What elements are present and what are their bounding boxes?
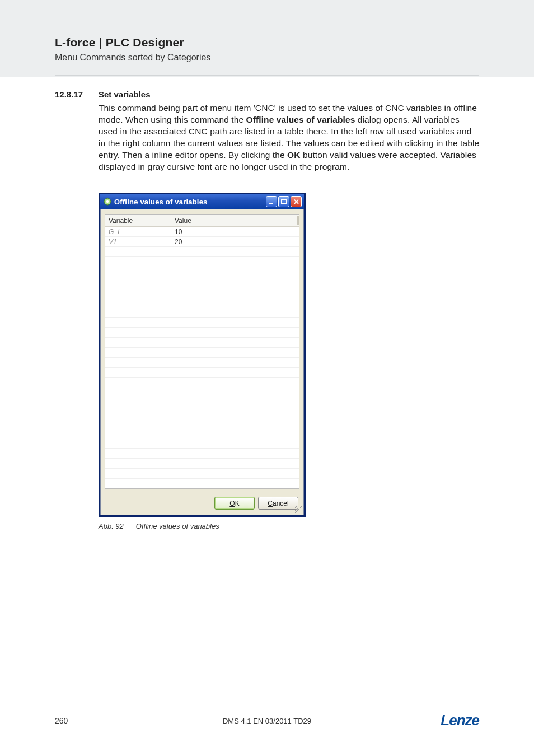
cell-variable[interactable] — [105, 438, 171, 448]
cell-variable[interactable] — [105, 307, 171, 317]
cell-variable[interactable] — [105, 247, 171, 256]
table-row-empty[interactable] — [105, 438, 299, 449]
cell-variable[interactable] — [105, 388, 171, 398]
dialog-titlebar[interactable]: Offline values of variables ✕ — [100, 194, 304, 209]
cell-value[interactable] — [171, 328, 299, 337]
cell-variable[interactable]: V1 — [105, 237, 171, 246]
table-row-empty[interactable] — [105, 428, 299, 438]
footer-logo: Lenze — [441, 712, 479, 729]
column-header-variable[interactable]: Variable — [105, 215, 171, 226]
cell-value[interactable] — [171, 267, 299, 277]
cell-value[interactable] — [171, 358, 299, 367]
cell-variable[interactable] — [105, 358, 171, 367]
cell-variable[interactable] — [105, 267, 171, 277]
cell-value[interactable] — [171, 277, 299, 287]
cell-value[interactable] — [171, 297, 299, 307]
cell-variable[interactable] — [105, 459, 171, 468]
resize-grip[interactable] — [295, 506, 302, 513]
table-row[interactable]: G_I10 — [105, 227, 299, 237]
table-row-empty[interactable] — [105, 378, 299, 388]
cancel-button[interactable]: Cancel — [258, 497, 298, 510]
cell-value[interactable]: 20 — [171, 237, 299, 246]
cell-value[interactable] — [171, 368, 299, 377]
table-row-empty[interactable] — [105, 247, 299, 257]
section-number: 12.8.17 — [55, 90, 99, 99]
column-resizer[interactable] — [297, 216, 299, 225]
table-row-empty[interactable] — [105, 368, 299, 378]
cell-variable[interactable] — [105, 297, 171, 307]
cell-value[interactable] — [171, 318, 299, 327]
table-row-empty[interactable] — [105, 388, 299, 398]
maximize-icon — [281, 199, 287, 204]
cell-value[interactable] — [171, 398, 299, 408]
table-row-empty[interactable] — [105, 418, 299, 428]
table-row-empty[interactable] — [105, 348, 299, 358]
cell-value[interactable] — [171, 438, 299, 448]
cell-variable[interactable] — [105, 287, 171, 297]
cell-value[interactable] — [171, 257, 299, 267]
cell-variable[interactable] — [105, 398, 171, 408]
table-row-empty[interactable] — [105, 338, 299, 348]
table-row-empty[interactable] — [105, 277, 299, 287]
column-header-value-text: Value — [175, 217, 191, 225]
table-row-empty[interactable] — [105, 459, 299, 469]
cell-value[interactable] — [171, 428, 299, 438]
table-row-empty[interactable] — [105, 267, 299, 277]
cell-variable[interactable] — [105, 378, 171, 388]
cell-value[interactable] — [171, 388, 299, 398]
table-row-empty[interactable] — [105, 318, 299, 328]
cell-value[interactable] — [171, 338, 299, 347]
table-row[interactable]: V120 — [105, 237, 299, 247]
cell-value[interactable] — [171, 469, 299, 478]
column-header-value[interactable]: Value — [171, 215, 299, 226]
ok-underline: O — [229, 500, 235, 507]
cell-variable[interactable] — [105, 338, 171, 347]
cell-value[interactable] — [171, 348, 299, 357]
cell-value[interactable] — [171, 287, 299, 297]
cancel-rest: ancel — [273, 500, 289, 507]
table-row-empty[interactable] — [105, 287, 299, 297]
table-row-empty[interactable] — [105, 358, 299, 368]
cell-variable[interactable] — [105, 449, 171, 458]
figure-caption: Abb. 92 Offline values of variables — [99, 522, 219, 530]
table-row-empty[interactable] — [105, 408, 299, 418]
cell-value[interactable] — [171, 408, 299, 418]
doc-subtitle: Menu Commands sorted by Categories — [55, 53, 210, 63]
cell-value[interactable] — [171, 459, 299, 468]
cell-value[interactable] — [171, 418, 299, 428]
maximize-button[interactable] — [278, 196, 289, 207]
cell-variable[interactable]: G_I — [105, 227, 171, 236]
variables-grid[interactable]: Variable Value G_I10V120 — [105, 214, 299, 489]
section-heading: Set variables — [99, 90, 151, 99]
cell-variable[interactable] — [105, 328, 171, 337]
cell-variable[interactable] — [105, 418, 171, 428]
section-heading-row: 12.8.17 Set variables — [55, 90, 480, 99]
table-row-empty[interactable] — [105, 469, 299, 479]
cell-value[interactable]: 10 — [171, 227, 299, 236]
table-row-empty[interactable] — [105, 449, 299, 459]
cell-variable[interactable] — [105, 368, 171, 377]
cell-value[interactable] — [171, 307, 299, 317]
ok-rest: K — [235, 500, 240, 507]
offline-values-dialog: Offline values of variables ✕ Variable V… — [99, 193, 306, 517]
cell-variable[interactable] — [105, 348, 171, 357]
close-button[interactable]: ✕ — [291, 196, 302, 207]
cell-variable[interactable] — [105, 257, 171, 267]
table-row-empty[interactable] — [105, 307, 299, 318]
cell-variable[interactable] — [105, 318, 171, 327]
cell-value[interactable] — [171, 449, 299, 458]
cell-variable[interactable] — [105, 469, 171, 478]
cell-variable[interactable] — [105, 277, 171, 287]
cell-variable[interactable] — [105, 408, 171, 418]
figure-label: Abb. 92 — [99, 522, 124, 530]
ok-button[interactable]: OK — [214, 497, 255, 510]
cell-variable[interactable] — [105, 428, 171, 438]
table-row-empty[interactable] — [105, 257, 299, 267]
table-row-empty[interactable] — [105, 328, 299, 338]
minimize-button[interactable] — [266, 196, 277, 207]
main-content: 12.8.17 Set variables This command being… — [55, 90, 480, 173]
table-row-empty[interactable] — [105, 297, 299, 307]
cell-value[interactable] — [171, 247, 299, 256]
table-row-empty[interactable] — [105, 398, 299, 408]
cell-value[interactable] — [171, 378, 299, 388]
